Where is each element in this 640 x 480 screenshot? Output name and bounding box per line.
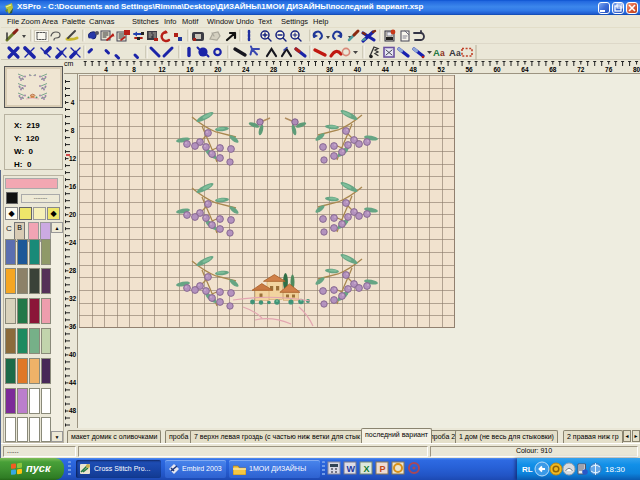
- svg-text:A: A: [433, 47, 440, 58]
- svg-text:a: a: [456, 48, 461, 58]
- svg-text:X: X: [364, 464, 370, 474]
- svg-text:P: P: [380, 464, 386, 474]
- svg-text:A: A: [449, 47, 456, 58]
- svg-text:a: a: [440, 48, 445, 58]
- svg-text:W: W: [347, 464, 356, 474]
